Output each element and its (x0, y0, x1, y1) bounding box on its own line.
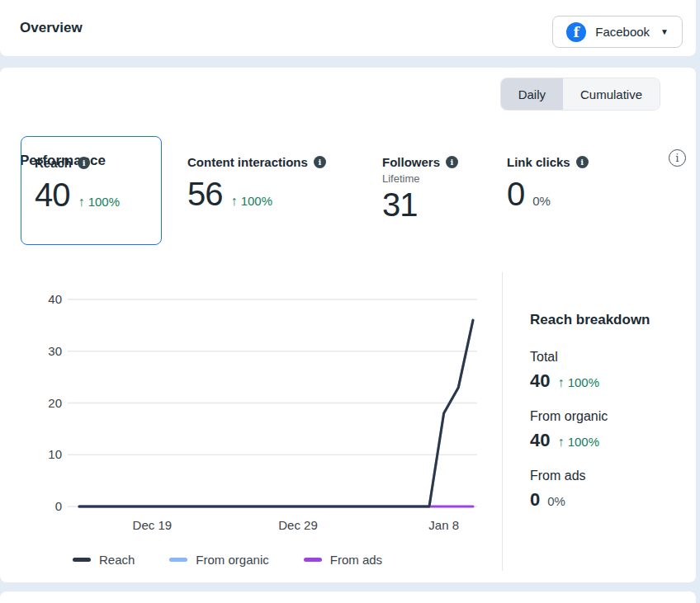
breakdown-value: 0 (530, 489, 540, 511)
breakdown-trend: 0% (547, 494, 565, 508)
arrow-up-icon: ↑ (557, 375, 564, 389)
toggle-cumulative[interactable]: Cumulative (563, 78, 660, 110)
reach-line-swatch (73, 558, 91, 562)
metric-value: 56 (187, 176, 223, 213)
arrow-up-icon: ↑ (231, 194, 238, 208)
metric-label: Reach (35, 156, 72, 170)
svg-text:20: 20 (48, 396, 62, 410)
metric-card-reach[interactable]: Reach i 40 ↑ 100% (21, 136, 162, 245)
metric-label: Link clicks (507, 155, 570, 169)
metric-label: Content interactions (187, 155, 308, 169)
metric-value: 40 (35, 177, 70, 214)
chart-canvas: 010203040Dec 19Dec 29Jan 8 (17, 272, 504, 544)
reach-line-chart[interactable]: 010203040Dec 19Dec 29Jan 8 (17, 272, 504, 544)
metric-card-link-clicks[interactable]: Link clicks i 0 0% (507, 155, 589, 213)
toggle-daily[interactable]: Daily (501, 78, 563, 110)
svg-text:Jan 8: Jan 8 (428, 518, 459, 532)
arrow-up-icon: ↑ (557, 435, 564, 449)
metric-trend: ↑ 100% (78, 195, 121, 210)
info-icon[interactable]: i (576, 156, 589, 168)
svg-text:40: 40 (48, 292, 62, 306)
svg-text:Dec 29: Dec 29 (278, 518, 318, 532)
channel-selector-button[interactable]: f Facebook ▼ (552, 16, 683, 48)
breakdown-value: 40 (530, 370, 550, 392)
view-toggle: Daily Cumulative (500, 78, 660, 111)
svg-text:Dec 19: Dec 19 (133, 518, 173, 532)
performance-info-icon[interactable]: i (669, 149, 686, 167)
performance-card: Performance Daily Cumulative i Reach i 4… (0, 68, 696, 582)
reach-breakdown-panel: Reach breakdown Total 40 ↑ 100% From org… (530, 312, 687, 528)
metric-sublabel: Lifetime (382, 172, 458, 185)
metric-card-followers[interactable]: Followers i Lifetime 31 (382, 155, 458, 224)
ads-line-swatch (304, 558, 322, 562)
arrow-up-icon: ↑ (78, 195, 85, 209)
organic-line-swatch (169, 558, 187, 562)
metric-trend: 0% (532, 194, 551, 208)
next-section-card (0, 591, 696, 603)
metric-label: Followers (382, 155, 440, 169)
breakdown-row-from-organic: From organic 40 ↑ 100% (530, 409, 687, 451)
metric-trend: ↑ 100% (231, 194, 273, 209)
page-title: Overview (20, 0, 83, 56)
facebook-logo-icon: f (566, 22, 586, 42)
breakdown-trend: ↑ 100% (557, 375, 599, 390)
channel-selector-label: Facebook (595, 25, 650, 39)
legend-label: Reach (99, 553, 135, 567)
svg-text:30: 30 (48, 344, 62, 358)
breakdown-trend: ↑ 100% (557, 435, 599, 450)
legend-item-from-ads: From ads (304, 553, 382, 567)
metric-value: 0 (507, 176, 524, 213)
breakdown-row-from-ads: From ads 0 0% (530, 469, 687, 511)
breakdown-title: Reach breakdown (530, 312, 687, 328)
metric-value: 31 (382, 186, 418, 224)
svg-text:10: 10 (48, 447, 62, 461)
metric-card-content-interactions[interactable]: Content interactions i 56 ↑ 100% (187, 155, 326, 213)
header-bar: Overview f Facebook ▼ (0, 0, 696, 56)
chevron-down-icon: ▼ (660, 27, 669, 36)
legend-label: From ads (330, 553, 382, 567)
vertical-divider (502, 272, 503, 571)
svg-text:0: 0 (55, 499, 62, 513)
legend-item-reach: Reach (73, 553, 135, 567)
info-icon[interactable]: i (446, 156, 458, 168)
chart-legend: Reach From organic From ads (73, 553, 382, 567)
legend-label: From organic (196, 553, 268, 567)
breakdown-row-total: Total 40 ↑ 100% (530, 350, 687, 392)
info-icon[interactable]: i (314, 156, 326, 168)
info-icon[interactable]: i (78, 157, 90, 169)
legend-item-from-organic: From organic (169, 553, 268, 567)
breakdown-value: 40 (530, 430, 550, 451)
